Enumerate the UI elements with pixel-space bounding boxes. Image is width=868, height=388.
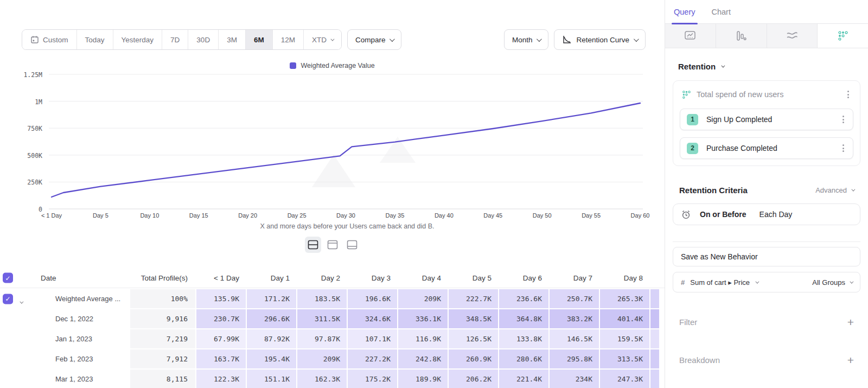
retention-value-cell[interactable]: 234K [548,370,599,388]
retention-value-cell[interactable]: 195.4K [246,349,296,368]
retention-value-cell[interactable]: 260.9K [448,349,498,368]
advanced-dropdown[interactable]: Advanced [815,186,854,194]
range-custom[interactable]: Custom [22,30,77,49]
retention-value-cell[interactable]: 336.1K [397,309,448,328]
retention-value-cell[interactable]: 348.5K [448,309,498,328]
retention-value-cell[interactable]: 364.8K [498,309,548,328]
retention-value-cell[interactable]: 171.2K [246,289,296,308]
retention-value-cell[interactable]: 146.5K [548,329,599,348]
row-expand-caret[interactable] [20,296,22,306]
retention-value-cell[interactable]: 383.2K [548,309,599,328]
compare-button[interactable]: Compare [347,29,402,50]
save-as-new-behavior-button[interactable]: Save as New Behavior [673,247,860,266]
tab-flows[interactable] [767,24,818,48]
retention-value-cell[interactable]: 126.5K [448,329,498,348]
retention-value-cell[interactable]: 87.92K [246,329,296,348]
cell-value: 348.5K [466,315,492,323]
criteria-timing-card[interactable]: On or Before Each Day [673,203,860,225]
report-section-selector[interactable]: Retention [678,62,868,71]
retention-value-cell[interactable]: 221.4K [498,370,548,388]
cell-value: 222.7K [466,295,492,303]
layout-table-button[interactable] [344,237,360,253]
retention-value-cell[interactable]: 163.7K [195,349,246,368]
retention-value-cell[interactable]: 159.5K [599,329,649,348]
retention-value-cell[interactable]: 250.7K [548,289,599,308]
behavior-title[interactable]: Total spend of new users [697,90,840,99]
timing-label[interactable]: On or Before [700,210,746,219]
retention-value-cell[interactable]: 175.2K [347,370,397,388]
retention-value-cell[interactable]: 183.5K [296,289,347,308]
retention-value-cell[interactable]: 295.8K [548,349,599,368]
retention-value-cell[interactable]: 97.87K [296,329,347,348]
behavior-header: Total spend of new users [680,87,853,101]
retention-value-cell[interactable]: 313.5K [599,349,649,368]
retention-value-cell[interactable]: 116.9K [397,329,448,348]
retention-value-cell[interactable]: 162.3K [296,370,347,388]
retention-value-cell[interactable]: 67.99K [195,329,246,348]
watermark-triangle [380,137,416,163]
header-cell: Day 5 [448,274,498,282]
range-today[interactable]: Today [77,30,113,49]
select-all-checkbox[interactable]: ✓ [3,273,13,283]
retention-value-cell[interactable]: 206.2K [448,370,498,388]
tab-chart[interactable]: Chart [712,0,731,24]
retention-value-cell[interactable]: 311.5K [296,309,347,328]
retention-value-cell[interactable]: 209K [397,289,448,308]
chevron-down-icon [850,279,853,283]
tab-query[interactable]: Query [674,0,695,24]
retention-value-cell[interactable]: 265.3K [599,289,649,308]
retention-value-cell[interactable]: 209K [296,349,347,368]
range-3m[interactable]: 3M [219,30,246,49]
numeric-property-icon: # [681,278,685,287]
filter-add-row[interactable]: Filter + [679,316,854,328]
kebab-menu-icon[interactable] [840,142,846,154]
retention-value-cell[interactable]: 227.2K [347,349,397,368]
behavior-step-2[interactable]: 2Purchase Completed [680,137,853,159]
tab-insights[interactable] [665,24,716,48]
retention-value-cell[interactable]: 135.9K [195,289,246,308]
funnels-icon [736,30,746,41]
granularity-button[interactable]: Month [504,29,549,50]
range-label: Yesterday [122,36,154,44]
retention-value-cell[interactable]: 122.3K [195,370,246,388]
range-7d[interactable]: 7D [162,30,188,49]
measure-row[interactable]: # Sum of cart ▸ Price All Groups [673,272,860,292]
frequency-label[interactable]: Each Day [760,210,793,219]
retention-value-cell[interactable]: 189.9K [397,370,448,388]
breakdown-add-row[interactable]: Breakdown + [679,354,854,366]
behavior-step-1[interactable]: 1Sign Up Completed [680,109,853,130]
range-6m[interactable]: 6M [246,30,273,49]
tab-funnels[interactable] [716,24,767,48]
retention-value-cell[interactable]: 247.3K [599,370,649,388]
row-checkbox[interactable]: ✓ [3,294,13,304]
retention-value-cell[interactable]: 222.7K [448,289,498,308]
layout-chart-button[interactable] [324,237,341,253]
retention-value-cell[interactable]: 107.1K [347,329,397,348]
retention-value-cell[interactable]: 236.6K [498,289,548,308]
groups-dropdown[interactable]: All Groups [812,278,852,287]
cell-value: 146.5K [567,335,592,343]
range-xtd[interactable]: XTD [304,30,341,49]
alarm-clock-icon [681,209,691,220]
range-yesterday[interactable]: Yesterday [113,30,163,49]
retention-value-cell[interactable]: 401.4K [599,309,649,328]
retention-value-cell[interactable]: 196.6K [347,289,397,308]
retention-value-cell[interactable]: 242.8K [397,349,448,368]
range-12m[interactable]: 12M [273,30,304,49]
chart-legend[interactable]: Weighted Average Value [0,62,665,69]
retention-value-cell[interactable]: 280.6K [498,349,548,368]
chart-type-button[interactable]: Retention Curve [554,29,646,50]
cell-value: 230.7K [214,315,239,323]
y-tick-label: 500K [0,152,42,160]
retention-value-cell[interactable]: 151.1K [246,370,296,388]
retention-value-cell[interactable]: 133.8K [498,329,548,348]
retention-value-cell[interactable]: 296.6K [246,309,296,328]
kebab-menu-icon[interactable] [840,113,846,125]
measure-label: Sum of cart ▸ Price [690,278,750,287]
kebab-menu-icon[interactable] [845,88,851,100]
layout-split-button[interactable] [305,237,321,253]
retention-value-cell[interactable]: 324.6K [347,309,397,328]
tab-retention[interactable] [818,24,868,48]
retention-value-cell[interactable]: 230.7K [195,309,246,328]
range-30d[interactable]: 30D [188,30,219,49]
